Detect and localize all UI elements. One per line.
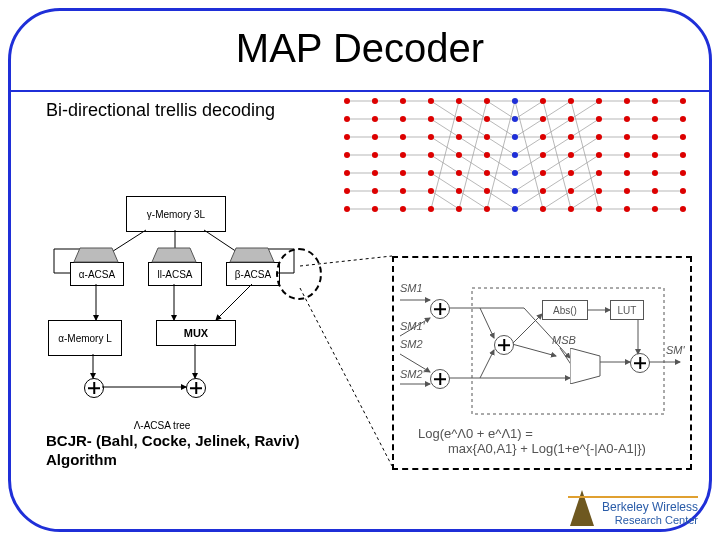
- sm1-label: SM1: [400, 282, 423, 294]
- bcjr-line2: Algorithm: [46, 451, 299, 470]
- add-bottom: [430, 369, 450, 389]
- sm1p-label: SM1': [400, 320, 425, 332]
- logo-line2: Research Center: [602, 514, 698, 526]
- formula-line1: Log(e^Λ0 + e^Λ1) =: [418, 426, 646, 441]
- formula: Log(e^Λ0 + e^Λ1) = max{A0,A1} + Log(1+e^…: [418, 426, 646, 456]
- bcjr-line1: BCJR- (Bahl, Cocke, Jelinek, Raviv): [46, 432, 299, 451]
- logo-text: Berkeley Wireless Research Center: [598, 501, 698, 526]
- sm2-label: SM2: [400, 338, 423, 350]
- svg-marker-138: [152, 248, 196, 262]
- formula-line2: max{A0,A1} + Log(1+e^{-|A0-A1|}): [418, 441, 646, 456]
- svg-marker-139: [230, 248, 274, 262]
- add-final: [630, 353, 650, 373]
- lut-label: LUT: [618, 305, 637, 316]
- msb-label: MSB: [552, 334, 576, 346]
- logo-line1: Berkeley Wireless: [602, 501, 698, 514]
- add-top: [430, 299, 450, 319]
- logo: Berkeley Wireless Research Center: [538, 490, 698, 526]
- svg-marker-137: [74, 248, 118, 262]
- svg-line-149: [512, 314, 542, 344]
- callout-circle: [276, 248, 322, 300]
- subtractor: [494, 335, 514, 355]
- svg-marker-159: [570, 348, 600, 384]
- mux-trap: [570, 348, 602, 384]
- svg-line-148: [480, 350, 494, 378]
- lut-block: LUT: [610, 300, 644, 320]
- sm2p-label: SM2': [400, 368, 425, 380]
- smp-label: SM': [666, 344, 685, 356]
- svg-line-147: [480, 308, 494, 338]
- svg-line-150: [512, 344, 556, 356]
- logo-bar: [568, 496, 698, 498]
- bcjr-caption: BCJR- (Bahl, Cocke, Jelinek, Raviv) Algo…: [46, 432, 299, 470]
- abs-label: Abs(): [553, 305, 577, 316]
- abs-block: Abs(): [542, 300, 588, 320]
